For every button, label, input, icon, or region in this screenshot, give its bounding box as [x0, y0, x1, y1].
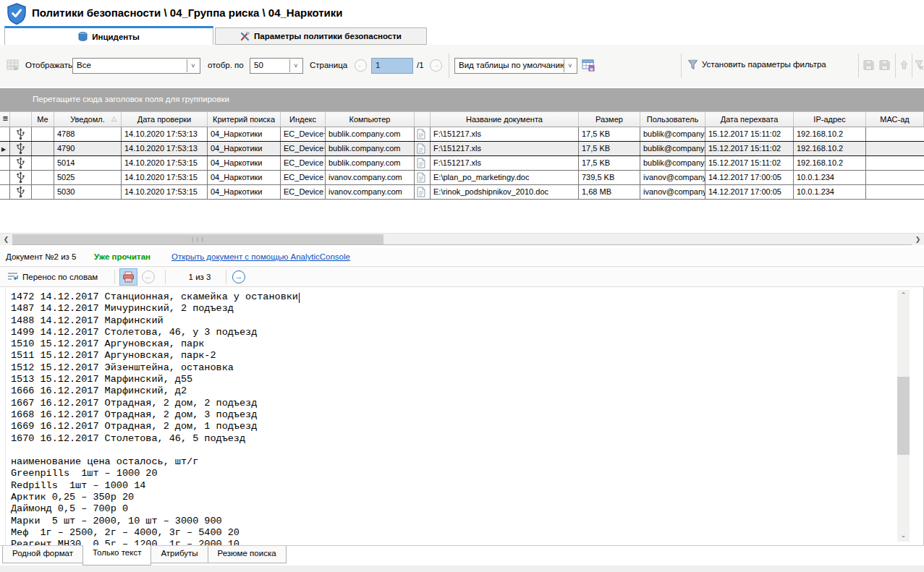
column-header-ip[interactable]: IP-адрес — [794, 112, 866, 127]
table-row[interactable]: 5030 14.10.2020 17:53:15 04_Наркотики EC… — [0, 185, 924, 200]
viewer-page-info: 1 из 3 — [172, 273, 227, 281]
chevron-down-icon[interactable]: ˅ — [187, 59, 199, 72]
cell-document-name: F:\151217.xls — [431, 127, 579, 141]
cell-mac — [866, 185, 924, 199]
cell-notification: 5025 — [54, 171, 122, 184]
filter-funnel-icon[interactable] — [687, 59, 698, 70]
prev-document-page-button[interactable]: ← — [142, 270, 155, 283]
chevron-down-icon[interactable]: ˅ — [289, 59, 302, 72]
group-by-hint: Перетащите сюда заголовок поля для групп… — [33, 95, 229, 103]
document-page-icon[interactable] — [415, 156, 431, 170]
column-header-doc-name[interactable]: Название документа — [431, 112, 579, 127]
column-chooser-icon[interactable]: ≣ — [0, 112, 10, 127]
vertical-scrollbar[interactable]: ⌃ ⌄ — [897, 290, 910, 542]
per-page-select[interactable]: 50 ˅ — [250, 58, 303, 74]
tab-incidents[interactable]: Инциденты — [4, 26, 213, 45]
sort-asc-icon: △ — [111, 115, 116, 122]
cell-mac — [866, 156, 924, 170]
table-body: 4788 14.10.2020 17:53:13 04_Наркотики EC… — [0, 127, 924, 200]
grid-settings-icon — [7, 59, 19, 72]
open-with-analyticconsole-link[interactable]: Открыть документ с помощью AnalyticConso… — [171, 252, 350, 261]
table-row[interactable]: 5014 14.10.2020 17:53:15 04_Наркотики EC… — [0, 156, 924, 171]
column-header-check-date[interactable]: Дата проверки — [122, 112, 208, 127]
column-header-type[interactable] — [10, 112, 32, 127]
tab-text-only[interactable]: Только текст — [82, 545, 151, 565]
cell-computer: ivanov.company.com — [326, 171, 415, 184]
column-header-computer[interactable]: Компьютер — [326, 112, 415, 127]
column-header-notification[interactable]: Уведомл.△ — [54, 112, 122, 127]
document-page-icon[interactable] — [415, 142, 431, 155]
table-view-select[interactable]: Вид таблицы по умолчанию ˅ — [454, 58, 577, 74]
cell-criteria: 04_Наркотики — [208, 171, 281, 184]
chevron-down-icon[interactable]: ˅ — [564, 59, 576, 72]
tab-search-summary[interactable]: Резюме поиска — [208, 546, 287, 563]
text-caret — [299, 293, 300, 303]
column-header-docicon[interactable] — [415, 112, 431, 127]
cell-notification: 5014 — [54, 156, 122, 170]
cell-criteria: 04_Наркотики — [208, 185, 281, 199]
next-document-page-button[interactable]: → — [232, 270, 245, 283]
table-row[interactable]: 5025 14.10.2020 17:53:15 04_Наркотики EC… — [0, 171, 924, 185]
table-row[interactable]: 4790 14.10.2020 17:53:13 04_Наркотики EC… — [0, 141, 924, 156]
cell-criteria: 04_Наркотики — [208, 156, 281, 170]
cell-check-date: 14.10.2020 17:53:13 — [122, 142, 208, 155]
cell-ip: 192.168.10.2 — [794, 156, 866, 170]
database-icon — [78, 32, 88, 41]
toolbar-separator — [449, 54, 449, 78]
tab-security-policy-params[interactable]: Параметры политики безопасности — [215, 27, 427, 45]
word-wrap-icon — [7, 272, 19, 282]
scroll-up-button[interactable]: ⌃ — [897, 290, 910, 302]
tab-native-format[interactable]: Родной формат — [2, 546, 83, 563]
table-row[interactable]: 4788 14.10.2020 17:53:13 04_Наркотики EC… — [0, 127, 924, 142]
column-header-me[interactable]: Ме — [32, 112, 54, 127]
word-wrap-button[interactable]: Перенос по словам — [4, 269, 101, 285]
usb-device-icon — [10, 127, 32, 141]
app-window: Политики безопасности \ 04_Группа риска … — [0, 0, 924, 572]
scroll-right-button[interactable]: ❯ — [912, 234, 924, 245]
tab-attributes[interactable]: Атрибуты — [151, 546, 208, 563]
horizontal-scrollbar-thumb[interactable]: ❘❘❘ — [12, 234, 383, 244]
set-filter-params-button[interactable]: Установить параметры фильтра — [702, 60, 826, 69]
column-header-user[interactable]: Пользователь — [640, 112, 705, 127]
cell-mac — [866, 142, 924, 155]
cell-user: ivanov@company.com — [640, 171, 705, 184]
page-title: Политики безопасности \ 04_Группа риска … — [32, 7, 343, 19]
viewer-separator — [114, 270, 115, 284]
cell-check-date: 14.10.2020 17:53:13 — [122, 127, 208, 141]
display-select[interactable]: Все ˅ — [72, 58, 200, 74]
column-header-size[interactable]: Размер — [579, 112, 640, 127]
save-table-view-icon[interactable] — [582, 59, 595, 72]
cell-ip: 10.0.1.234 — [794, 185, 866, 199]
vertical-scrollbar-thumb[interactable] — [897, 377, 910, 455]
cell-document-name: E:\plan_po_marketingy.doc — [431, 171, 579, 184]
document-position: Документ №2 из 5 — [6, 252, 76, 261]
document-text[interactable]: 1472 14.12.2017 Станционная, скамейка у … — [11, 291, 298, 551]
horizontal-scrollbar[interactable]: ❮ ❘❘❘ ❯ — [0, 233, 924, 245]
cell-ip: 10.0.1.234 — [794, 171, 866, 184]
next-page-button[interactable]: → — [430, 59, 442, 72]
word-wrap-label: Перенос по словам — [22, 273, 98, 281]
scroll-down-button[interactable]: ⌄ — [897, 530, 910, 542]
usb-device-icon — [10, 185, 32, 199]
cell-size: 17,5 KB — [579, 127, 640, 141]
usb-device-icon — [10, 171, 32, 184]
prev-page-button[interactable]: ← — [355, 59, 367, 72]
group-by-bar[interactable]: Перетащите сюда заголовок поля для групп… — [0, 88, 924, 111]
cell-check-date: 14.10.2020 17:53:15 — [122, 156, 208, 170]
shield-check-icon — [7, 3, 27, 25]
cell-computer: ivanov.company.com — [326, 185, 415, 199]
document-page-icon[interactable] — [415, 171, 431, 184]
cell-computer: bublik.company.com — [326, 142, 415, 155]
scroll-left-button[interactable]: ❮ — [0, 234, 12, 245]
document-page-icon[interactable] — [415, 127, 431, 141]
page-label: Страница — [310, 61, 347, 69]
document-viewer: 1472 14.12.2017 Станционная, скамейка у … — [0, 287, 924, 545]
column-header-mac[interactable]: МАС-ад — [866, 112, 924, 127]
document-page-icon[interactable] — [415, 185, 431, 199]
print-button[interactable] — [119, 268, 137, 286]
column-header-capture-date[interactable]: Дата перехвата — [705, 112, 794, 127]
column-header-index[interactable]: Индекс — [281, 112, 326, 127]
column-header-criteria[interactable]: Критерий поиска — [208, 112, 281, 127]
toolbar-separator — [912, 54, 912, 78]
page-number-input[interactable]: 1 — [371, 58, 413, 74]
